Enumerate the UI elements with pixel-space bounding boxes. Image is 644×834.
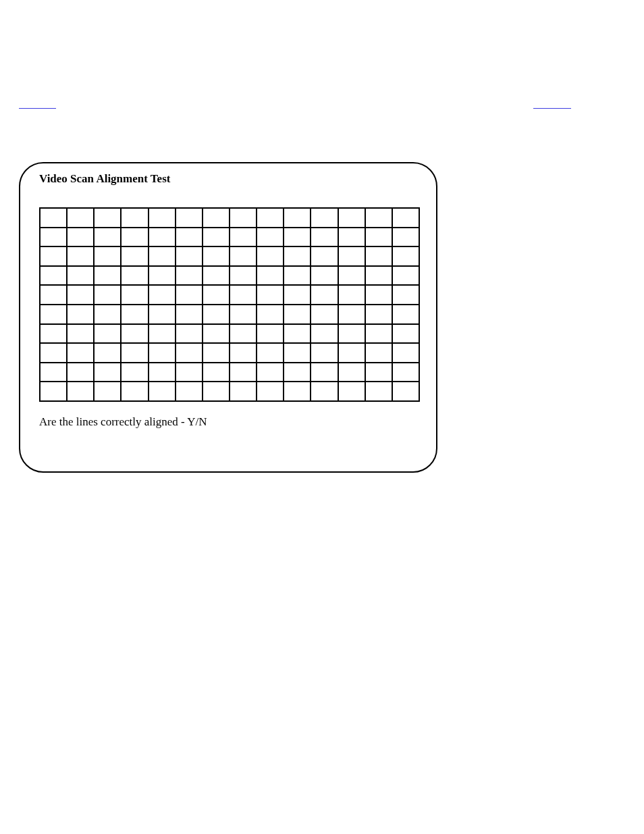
grid-cell — [175, 363, 202, 382]
grid-cell — [392, 363, 419, 382]
grid-cell — [338, 228, 365, 246]
grid-cell — [202, 382, 229, 400]
grid-cell — [365, 228, 392, 246]
grid-cell — [283, 209, 310, 227]
grid-cell — [310, 363, 337, 382]
grid-cell — [256, 363, 283, 382]
grid-cell — [283, 247, 310, 265]
grid-cell — [283, 305, 310, 323]
grid-cell — [229, 382, 256, 400]
grid-cell — [41, 247, 66, 265]
grid-cell — [202, 228, 229, 246]
grid-cell — [338, 325, 365, 343]
grid-cell — [120, 267, 147, 285]
top-left-link-underline[interactable] — [19, 108, 56, 109]
grid-cell — [283, 344, 310, 362]
grid-cell — [310, 325, 337, 343]
grid-cell — [283, 325, 310, 343]
grid-cell — [66, 247, 93, 265]
grid-cell — [148, 325, 175, 343]
grid-cell — [365, 267, 392, 285]
grid-cell — [41, 382, 66, 400]
grid-cell — [41, 267, 66, 285]
grid-cell — [148, 363, 175, 382]
grid-cell — [310, 286, 337, 304]
grid-cell — [93, 363, 120, 382]
grid-row — [41, 209, 419, 227]
grid-cell — [148, 286, 175, 304]
grid-cell — [148, 267, 175, 285]
grid-cell — [338, 382, 365, 400]
grid-cell — [175, 209, 202, 227]
grid-cell — [148, 209, 175, 227]
grid-cell — [310, 209, 337, 227]
grid-row — [41, 227, 419, 246]
grid-cell — [41, 209, 66, 227]
grid-cell — [93, 325, 120, 343]
grid-cell — [338, 267, 365, 285]
grid-cell — [120, 247, 147, 265]
top-right-link-underline[interactable] — [533, 108, 571, 109]
grid-row — [41, 362, 419, 382]
grid-cell — [256, 325, 283, 343]
grid-cell — [392, 382, 419, 400]
grid-cell — [66, 286, 93, 304]
grid-cell — [392, 286, 419, 304]
grid-cell — [392, 228, 419, 246]
grid-cell — [148, 247, 175, 265]
document-page: Video Scan Alignment Test Are the lines … — [0, 0, 644, 834]
grid-cell — [120, 228, 147, 246]
grid-cell — [66, 228, 93, 246]
grid-cell — [120, 344, 147, 362]
panel-title: Video Scan Alignment Test — [39, 172, 170, 186]
grid-cell — [93, 228, 120, 246]
grid-cell — [283, 382, 310, 400]
grid-cell — [41, 325, 66, 343]
grid-cell — [93, 286, 120, 304]
grid-cell — [148, 305, 175, 323]
grid-row — [41, 304, 419, 323]
grid-cell — [202, 286, 229, 304]
grid-cell — [202, 247, 229, 265]
grid-cell — [256, 382, 283, 400]
grid-cell — [175, 228, 202, 246]
grid-cell — [175, 325, 202, 343]
grid-cell — [93, 247, 120, 265]
grid-cell — [202, 363, 229, 382]
grid-cell — [256, 247, 283, 265]
grid-cell — [310, 344, 337, 362]
grid-cell — [310, 228, 337, 246]
grid-cell — [392, 267, 419, 285]
grid-cell — [229, 247, 256, 265]
grid-cell — [365, 247, 392, 265]
grid-cell — [202, 267, 229, 285]
grid-cell — [310, 247, 337, 265]
grid-cell — [392, 209, 419, 227]
grid-cell — [66, 325, 93, 343]
grid-cell — [392, 305, 419, 323]
grid-cell — [120, 209, 147, 227]
grid-cell — [283, 286, 310, 304]
grid-cell — [120, 305, 147, 323]
grid-cell — [229, 228, 256, 246]
grid-cell — [93, 305, 120, 323]
alignment-grid — [39, 207, 420, 402]
grid-cell — [256, 344, 283, 362]
grid-cell — [365, 305, 392, 323]
grid-cell — [120, 363, 147, 382]
grid-cell — [41, 305, 66, 323]
grid-cell — [120, 325, 147, 343]
grid-cell — [392, 247, 419, 265]
grid-cell — [41, 286, 66, 304]
grid-cell — [66, 382, 93, 400]
grid-cell — [229, 344, 256, 362]
grid-cell — [283, 228, 310, 246]
grid-cell — [229, 267, 256, 285]
grid-cell — [365, 382, 392, 400]
grid-row — [41, 323, 419, 343]
grid-cell — [338, 247, 365, 265]
grid-cell — [283, 267, 310, 285]
grid-cell — [120, 382, 147, 400]
grid-cell — [365, 344, 392, 362]
grid-cell — [66, 344, 93, 362]
